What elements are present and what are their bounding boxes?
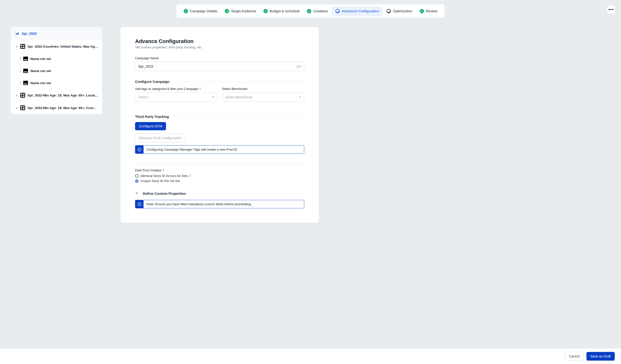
section-rule xyxy=(173,82,304,82)
svg-rect-5 xyxy=(139,203,140,204)
chevron-right-icon xyxy=(16,94,18,96)
panel-title: Advance Configuration xyxy=(135,38,304,44)
chevron-down-icon xyxy=(212,95,215,99)
tags-label: Add tags to categorise & filter your Cam… xyxy=(135,87,198,91)
pending-ring-icon xyxy=(387,9,391,13)
horizontal-rule xyxy=(135,163,304,164)
kebab-icon[interactable]: ⋮ xyxy=(18,57,21,61)
step-budget-schedule[interactable]: Budget & Schedule xyxy=(260,7,303,15)
tree-creative-node[interactable]: ⋮ Name not set xyxy=(11,53,102,65)
megaphone-icon xyxy=(15,31,19,36)
step-label: Advanced Configuration xyxy=(342,9,379,13)
ellipsis-icon: ••• xyxy=(608,7,614,12)
step-label: Review xyxy=(426,9,438,13)
tree-adset-node[interactable]: Spr_2022-Min Age: 18; Max Age: 65+; Cust… xyxy=(11,102,102,114)
campaign-name-input[interactable] xyxy=(135,62,304,71)
step-label: Creatives xyxy=(313,9,328,13)
adset-icon xyxy=(20,44,25,49)
check-circle-icon xyxy=(184,9,188,13)
more-actions-button[interactable]: ••• xyxy=(607,5,615,14)
adset-icon xyxy=(20,93,25,98)
adset-label: Spr_2022-Min Age: 18; Max Age: 65+; Cust… xyxy=(28,106,98,110)
campaign-tree-sidebar: Spr_2022 Spr_2022-Countries: United Stat… xyxy=(11,27,102,114)
step-creatives[interactable]: Creatives xyxy=(304,7,331,15)
benchmark-select[interactable]: Select Benchmark xyxy=(222,93,304,102)
chevron-down-icon[interactable] xyxy=(135,191,138,195)
section-rule xyxy=(172,117,304,117)
tree-creative-node[interactable]: ⋮ Name not set xyxy=(11,65,102,77)
active-ring-icon xyxy=(335,9,340,13)
radio-unique-label: Unique Story ID Per Ad Set xyxy=(140,179,180,183)
creative-icon xyxy=(23,69,28,73)
step-advanced-configuration[interactable]: Advanced Configuration xyxy=(332,7,382,16)
tags-placeholder: Select... xyxy=(138,95,151,99)
kebab-icon[interactable]: ⋮ xyxy=(18,81,21,85)
remove-dcm-button[interactable]: Remove DCM Configuration xyxy=(135,134,186,142)
creative-label: Name not set xyxy=(31,57,51,61)
check-circle-icon xyxy=(263,9,268,13)
adset-icon xyxy=(20,105,25,110)
custom-props-note-banner: Note: Ensure you have filled mandatory c… xyxy=(135,200,304,208)
svg-rect-2 xyxy=(139,148,140,149)
third-party-tracking-heading: Third Party Tracking xyxy=(135,115,169,119)
configure-dcm-button[interactable]: Configure DCM xyxy=(135,122,166,130)
step-label: Optimization xyxy=(393,9,413,13)
chevron-right-icon xyxy=(16,107,18,109)
adset-label: Spr_2022-Min Age: 18; Max Age: 65+; Loca… xyxy=(28,94,98,97)
campaign-name-label: Campaign Name xyxy=(135,56,304,60)
info-icon[interactable]: i xyxy=(200,87,201,91)
svg-rect-4 xyxy=(139,204,140,205)
vertical-divider xyxy=(111,27,111,223)
chevron-down-icon xyxy=(16,45,18,48)
svg-rect-1 xyxy=(139,149,140,150)
tree-campaign-root[interactable]: Spr_2022 xyxy=(11,27,102,40)
creative-icon xyxy=(23,81,28,85)
dcm-info-message: Configuring Campaign Manager Tags will c… xyxy=(143,145,240,154)
step-label: Campaign Details xyxy=(190,9,217,13)
char-count: 392 xyxy=(296,65,301,69)
chevron-down-icon xyxy=(299,95,302,99)
creative-label: Name not set xyxy=(31,81,51,85)
custom-props-note-message: Note: Ensure you have filled mandatory c… xyxy=(143,200,255,208)
tree-adset-node[interactable]: Spr_2022-Min Age: 18; Max Age: 65+; Loca… xyxy=(11,89,102,102)
configure-campaign-heading: Configure Campaign xyxy=(135,80,170,84)
creative-label: Name not set xyxy=(31,69,51,73)
dcm-info-banner: Configuring Campaign Manager Tags will c… xyxy=(135,145,304,154)
step-target-audience[interactable]: Target Audience xyxy=(222,7,259,15)
info-circle-icon xyxy=(135,145,143,154)
check-circle-icon xyxy=(307,9,311,13)
benchmark-label: Select Benchmark xyxy=(222,87,304,91)
step-review[interactable]: Review xyxy=(417,7,441,15)
dark-post-label: Dark Post Creation xyxy=(135,169,162,172)
radio-identical-story-id[interactable] xyxy=(135,174,138,178)
info-icon[interactable]: i xyxy=(190,174,191,178)
panel-subtitle: Set custom properties, third party track… xyxy=(135,45,304,49)
step-label: Target Audience xyxy=(231,9,256,13)
info-icon[interactable]: i xyxy=(163,169,164,172)
wizard-stepper: Campaign Details Target Audience Budget … xyxy=(176,4,445,18)
advance-configuration-panel: Advance Configuration Set custom propert… xyxy=(121,27,319,223)
info-circle-icon xyxy=(135,200,143,208)
adset-label: Spr_2022-Countries: United States; Max A… xyxy=(28,45,98,48)
step-optimization[interactable]: Optimization xyxy=(384,7,415,15)
campaign-name-label: Spr_2022 xyxy=(22,32,37,35)
check-circle-icon xyxy=(225,9,229,13)
section-rule xyxy=(189,193,304,194)
kebab-icon[interactable]: ⋮ xyxy=(18,69,21,73)
benchmark-placeholder: Select Benchmark xyxy=(225,95,253,99)
tree-creative-node[interactable]: ⋮ Name not set xyxy=(11,77,102,89)
step-campaign-details[interactable]: Campaign Details xyxy=(181,7,220,15)
step-label: Budget & Schedule xyxy=(270,9,300,13)
custom-properties-heading: Define Custom Properties xyxy=(143,192,186,195)
check-circle-icon xyxy=(420,9,424,13)
radio-unique-story-id[interactable] xyxy=(135,179,138,183)
tree-adset-node[interactable]: Spr_2022-Countries: United States; Max A… xyxy=(11,40,102,53)
tags-select[interactable]: Select... xyxy=(135,93,217,102)
creative-icon xyxy=(23,56,28,61)
radio-identical-label: Identical Story ID Across Ad Sets xyxy=(140,174,188,178)
